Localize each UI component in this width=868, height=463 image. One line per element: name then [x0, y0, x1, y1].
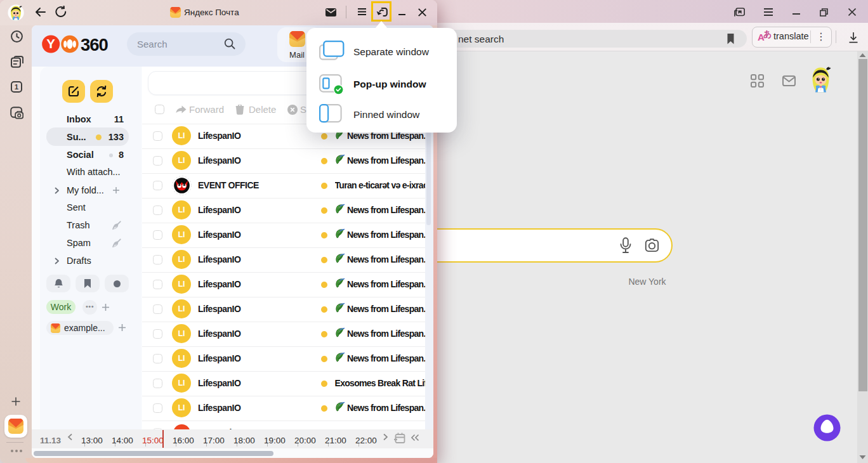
svg-text:360: 360 [81, 35, 109, 53]
svg-text:Y: Y [46, 36, 55, 51]
